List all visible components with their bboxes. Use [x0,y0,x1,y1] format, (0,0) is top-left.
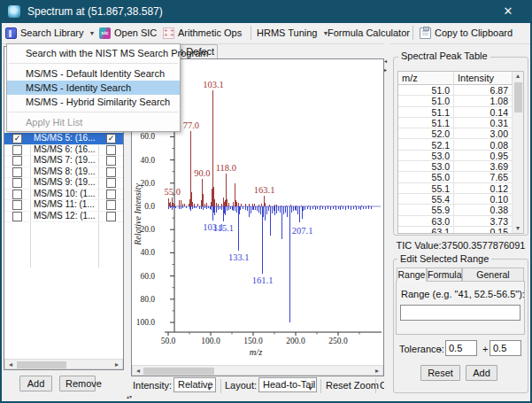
list-item[interactable]: MS/MS 9: (19... [4,177,123,190]
collapse-left-icon[interactable]: ◂ [384,58,387,64]
table-cell[interactable]: 51.1 [398,118,454,128]
table-cell[interactable]: 55.1 [398,183,454,194]
row-checkbox-left[interactable]: ✓ [12,134,22,143]
row-checkbox-left[interactable] [12,145,22,155]
row-checkbox-right[interactable] [106,190,116,199]
tolerance-minus-input[interactable] [445,340,477,356]
table-cell[interactable]: 63.0 [398,216,454,227]
intensity-combobox[interactable]: Relative▼ [173,377,216,392]
add-range-button[interactable]: Add [466,365,497,381]
formula-calculator-button[interactable]: Formula Calculator [328,23,410,43]
table-cell[interactable]: 55.9 [398,205,454,215]
table-cell[interactable]: 0.10 [454,194,513,205]
spectra-list-hscrollbar[interactable]: ◂ ▸ [4,359,123,369]
peak-label: 161.1 [252,275,274,285]
table-cell[interactable]: 6.87 [454,85,513,96]
title-bar[interactable]: Spectrum at (51.867,38.587) ✕ [0,0,532,23]
table-cell[interactable]: 52.1 [398,140,454,151]
menu-item-ms-ms-identity-search[interactable]: MS/MS - Identity Search [7,81,180,95]
tab-formula[interactable]: Formula [427,267,462,282]
table-cell[interactable]: 55.4 [398,194,454,205]
table-cell[interactable]: 51.1 [398,107,454,118]
table-cell[interactable]: 0.14 [454,107,513,118]
peak-table-vscrollbar[interactable]: ▴ ▾ [512,72,523,233]
table-cell[interactable]: 0.08 [454,140,513,151]
scroll-left-icon[interactable]: ◂ [6,360,15,369]
main-toolbar: Search Library▼sicOpen SIC+ ++ +Arithmet… [2,23,530,44]
row-checkbox-right[interactable] [106,156,116,166]
arithmetic-ops-button[interactable]: + ++ +Arithmetic Ops [163,23,242,43]
list-item[interactable]: MS/MS 7: (19... [4,155,123,167]
row-checkbox-left[interactable] [12,212,22,221]
row-checkbox-right[interactable] [106,167,116,177]
scroll-right-icon[interactable]: ▸ [112,360,121,369]
scroll-down-icon[interactable]: ▾ [513,224,522,233]
scroll-left-icon[interactable]: ◂ [134,367,143,376]
menu-item-search-with-the-nist-ms-search-program[interactable]: Search with the NIST MS Search Program [7,46,180,60]
scrollbar-thumb[interactable] [17,361,66,368]
table-cell[interactable]: 0.31 [454,118,513,128]
peak-table[interactable]: ▴ ▾ m/zIntensity51.06.8751.01.0851.10.14… [397,71,524,234]
list-item[interactable]: MS/MS 8: (19... [4,167,123,179]
copy-to-clipboard-button[interactable]: Copy to Clipboard [420,23,513,43]
row-checkbox-left[interactable] [12,156,22,166]
menu-item-ms-ms-default-identity-search[interactable]: MS/MS - Default Identity Search [7,66,180,81]
splitter-handle-icon[interactable]: ▴▾ [127,393,132,399]
chart-hscrollbar[interactable]: ◂ ▸ [132,365,383,376]
table-cell[interactable]: 51.0 [398,85,454,96]
range-input[interactable] [400,305,520,321]
table-cell[interactable]: 63.1 [398,227,454,234]
remove-spectrum-button[interactable]: Remove [59,376,96,391]
scrollbar-thumb[interactable] [514,82,522,112]
row-checkbox-right[interactable] [106,200,116,210]
list-item[interactable]: MS/MS 10: (1... [4,189,123,201]
list-item[interactable]: MS/MS 6: (16... [4,144,123,157]
scrollbar-thumb[interactable] [143,368,214,375]
tab-range[interactable]: Range [397,267,427,282]
layout-combobox[interactable]: Head-to-Tail▼ [258,377,317,392]
table-cell[interactable]: 3.00 [454,128,513,139]
table-cell[interactable]: 51.0 [398,96,454,106]
table-cell[interactable]: 7.65 [454,172,513,182]
list-item[interactable]: MS/MS 12: (1... [4,211,123,223]
panel-splitter[interactable]: ◂ ▸ [384,43,390,398]
table-cell[interactable]: 55.0 [398,172,454,182]
open-sic-button[interactable]: sicOpen SIC [99,23,157,43]
search-library-button[interactable]: Search Library▼ [5,23,95,43]
tab-general-formula[interactable]: General Formula [462,267,524,282]
collapse-right-icon[interactable]: ▸ [384,66,387,73]
table-cell[interactable]: 3.73 [454,216,513,227]
table-cell[interactable]: 53.0 [398,151,454,161]
table-cell[interactable]: 1.08 [454,96,513,106]
add-spectrum-button[interactable]: Add [19,376,52,391]
y-axis-title: Relative Intensity [133,183,143,246]
menu-item-ms-ms-hybrid-similarity-search[interactable]: MS/MS - Hybrid Similarity Search [7,95,180,109]
table-cell[interactable]: 0.38 [454,205,513,215]
row-checkbox-left[interactable] [12,167,22,177]
scroll-right-icon[interactable]: ▸ [373,367,382,376]
table-cell[interactable]: 0.12 [454,183,513,194]
column-header-intensity[interactable]: Intensity [454,72,513,85]
table-cell[interactable]: 3.69 [454,161,513,172]
spectrum-label: MS/MS 6: (16... [34,144,97,156]
close-icon[interactable]: ✕ [500,4,516,19]
scroll-up-icon[interactable]: ▴ [513,72,522,81]
list-item[interactable]: MS/MS 11: (1... [4,199,123,212]
row-checkbox-left[interactable] [12,178,22,188]
row-checkbox-right[interactable] [106,178,116,188]
column-header-mz[interactable]: m/z [398,72,454,85]
table-cell[interactable]: 0.95 [454,151,513,161]
reset-button[interactable]: Reset [420,365,460,381]
table-cell[interactable]: 0.15 [454,227,513,234]
table-cell[interactable]: 52.0 [398,128,454,139]
row-checkbox-left[interactable] [12,200,22,210]
row-checkbox-right[interactable] [106,212,116,221]
row-checkbox-right[interactable]: ✓ [106,134,116,143]
peak-label: 207.1 [292,226,313,236]
tolerance-plus-input[interactable] [490,340,521,356]
table-cell[interactable]: 53.0 [398,161,454,172]
list-item[interactable]: ✓MS/MS 5: (16...✓ [4,133,123,145]
hrms-tuning-button[interactable]: HRMS Tuning▼ [257,23,328,43]
row-checkbox-left[interactable] [12,190,22,199]
row-checkbox-right[interactable] [106,145,116,155]
